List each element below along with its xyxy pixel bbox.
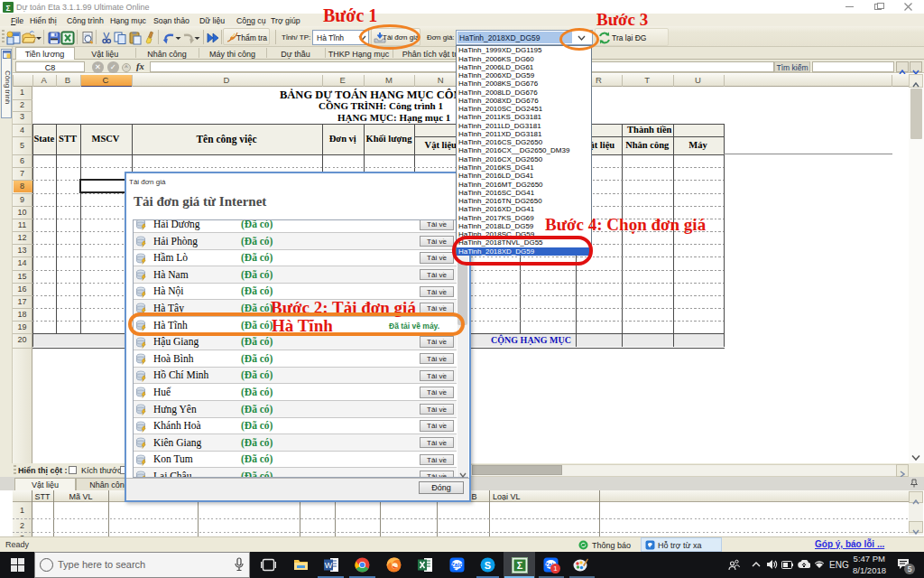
svg-text:Zalo: Zalo: [451, 562, 463, 568]
svg-text:S: S: [485, 560, 491, 571]
svg-text:Σ: Σ: [516, 560, 522, 571]
svg-text:Σ: Σ: [5, 4, 10, 13]
svg-text:W: W: [325, 561, 333, 570]
